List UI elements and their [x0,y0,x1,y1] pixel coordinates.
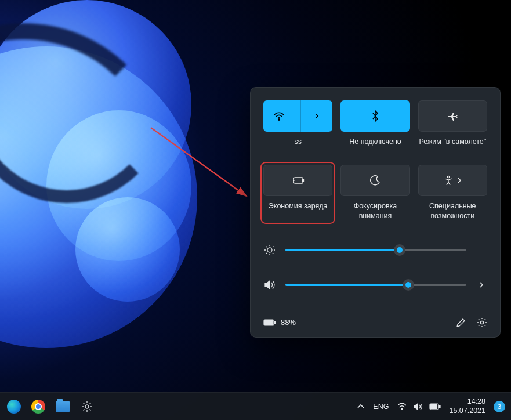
svg-point-3 [448,176,450,178]
battery-saver-icon [291,176,305,185]
tile-bluetooth: Не подключено [340,100,409,157]
chevron-up-icon [357,404,365,410]
tray-overflow-button[interactable] [357,404,365,410]
brightness-row [263,233,487,267]
brightness-slider[interactable] [285,249,466,251]
taskbar-settings-button[interactable] [79,399,95,415]
accessibility-label: Специальные возможности [418,201,487,221]
taskbar-explorer-button[interactable] [55,399,71,415]
chevron-right-icon [457,178,462,183]
tile-focus: Фокусировка внимания [340,165,409,221]
accessibility-toggle[interactable] [418,165,487,196]
tray-volume-icon [413,403,423,411]
battery-saver-label: Экономия заряда [269,201,328,221]
svg-rect-6 [274,321,276,324]
chrome-icon [31,400,45,414]
focus-toggle[interactable] [340,165,409,196]
bluetooth-label: Не подключено [349,137,401,157]
gear-icon [81,400,93,413]
battery-saver-toggle[interactable] [263,165,332,196]
taskbar-clock[interactable]: 14:28 15.07.2021 [449,397,485,415]
moon-icon [370,175,380,186]
notification-badge[interactable]: 3 [494,401,505,412]
tile-battery-saver: Экономия заряда [263,165,332,221]
bluetooth-toggle[interactable] [340,100,409,132]
svg-point-9 [85,405,89,408]
taskbar-chrome-button[interactable] [30,399,46,415]
volume-row [263,267,487,302]
wifi-expand-button[interactable] [300,100,332,132]
airplane-label: Режим "в самолете" [419,137,486,157]
wifi-icon [263,100,295,132]
svg-point-4 [267,248,272,252]
bluetooth-icon [371,110,379,122]
taskbar: ENG 14:28 15.07.2021 3 [0,392,511,420]
tray-wifi-icon [397,403,407,411]
language-indicator[interactable]: ENG [373,403,389,411]
svg-point-1 [278,119,280,120]
tile-airplane: Режим "в самолете" [418,100,487,157]
battery-percent: 88% [281,318,296,327]
svg-rect-7 [265,320,273,324]
battery-icon [263,319,276,326]
edge-icon [7,400,21,414]
folder-icon [56,401,70,412]
airplane-toggle[interactable] [418,100,487,132]
system-tray[interactable] [397,403,441,411]
quick-settings-footer: 88% [251,307,500,337]
tile-wifi: ss [263,100,332,157]
svg-rect-2 [302,179,303,182]
clock-time: 14:28 [449,397,485,407]
brightness-icon [263,244,276,256]
airplane-icon [447,111,458,121]
volume-icon [263,280,276,290]
svg-point-10 [401,408,403,409]
taskbar-edge-button[interactable] [6,399,22,415]
svg-rect-13 [431,404,437,408]
volume-slider[interactable] [285,284,466,286]
tray-battery-icon [429,403,441,410]
focus-label: Фокусировка внимания [340,201,409,221]
quick-settings-panel: ss Не подключено Режим "в самолете" [250,87,501,338]
svg-rect-12 [439,405,440,408]
edit-button[interactable] [456,317,466,328]
svg-point-8 [481,321,484,324]
volume-expand-button[interactable] [476,281,487,289]
accessibility-icon [443,175,454,186]
clock-date: 15.07.2021 [449,407,485,416]
wifi-toggle[interactable] [263,100,332,132]
wifi-label: ss [294,137,302,157]
settings-button[interactable] [477,317,487,328]
tile-accessibility: Специальные возможности [418,165,487,221]
